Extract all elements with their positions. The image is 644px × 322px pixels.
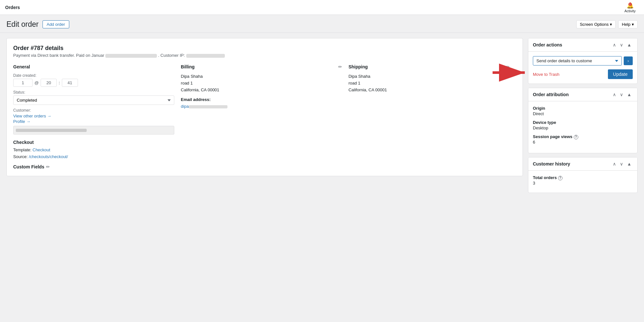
custom-fields-row: Custom Fields ✏ [13, 164, 174, 169]
custom-fields-edit-icon[interactable]: ✏ [46, 164, 50, 169]
general-header: General [13, 64, 174, 69]
shipping-edit-icon[interactable]: ✏ [506, 64, 510, 69]
action-select-row: Send order details to custome › [533, 56, 633, 65]
billing-edit-icon[interactable]: ✏ [338, 64, 342, 69]
sub-header-right: Screen Options ▾ Help ▾ [576, 20, 638, 28]
status-label: Status: [13, 90, 174, 95]
order-payment-info: Payment via Direct bank transfer. Paid o… [13, 53, 516, 58]
order-actions-title: Order actions [533, 42, 562, 47]
date-label: Date created: [13, 73, 174, 78]
activity-icon: 🔔 1 [627, 2, 634, 9]
total-orders-value: 3 [533, 181, 633, 186]
origin-value: Direct [533, 111, 633, 116]
template-label: Template: [13, 147, 31, 152]
order-attribution-collapse-up[interactable]: ∧ [611, 91, 617, 98]
source-label: Source: [13, 154, 28, 159]
action-footer: Move to Trash Update [533, 69, 633, 79]
order-attribution-collapse-down[interactable]: ∨ [619, 91, 624, 98]
customer-history-collapse-up[interactable]: ∧ [611, 161, 617, 167]
date-hour-input[interactable] [41, 79, 57, 87]
activity-badge: 1 [629, 3, 632, 6]
order-actions-collapse-down[interactable]: ∨ [619, 42, 624, 48]
status-select[interactable]: Completed [13, 96, 174, 105]
order-actions-collapse-up[interactable]: ∧ [611, 42, 617, 48]
shipping-title: Shipping [349, 64, 368, 69]
order-attribution-toggle[interactable]: ▲ [626, 91, 633, 98]
activity-button[interactable]: 🔔 1 Activity [621, 0, 639, 15]
help-label: Help [622, 22, 630, 27]
screen-options-button[interactable]: Screen Options ▾ [576, 20, 616, 28]
top-bar-right: 🔔 1 Activity [621, 0, 639, 15]
profile-link[interactable]: Profile → [13, 119, 174, 124]
custom-fields-title: Custom Fields [13, 164, 44, 169]
help-button[interactable]: Help ▾ [618, 20, 638, 28]
customer-history-collapse-down[interactable]: ∨ [619, 161, 624, 167]
shipping-address1: road 1 [349, 80, 510, 87]
billing-column: Billing ✏ Dipa Shaha road 1 California, … [181, 64, 348, 169]
top-bar: Orders 🔔 1 Activity [0, 0, 644, 15]
billing-city-state: California, CA 00001 [181, 87, 342, 94]
customer-history-controls: ∧ ∨ ▲ [611, 161, 633, 167]
payment-text: Payment via Direct bank transfer. Paid o… [13, 53, 104, 58]
shipping-city-state: California, CA 00001 [349, 87, 510, 94]
screen-options-label: Screen Options [580, 22, 609, 27]
template-link[interactable]: Checkout [33, 147, 50, 152]
total-orders-help-icon[interactable]: ? [558, 176, 562, 180]
main-content: Order #787 details Payment via Direct ba… [0, 33, 644, 198]
device-value: Desktop [533, 126, 633, 130]
date-created-row: Date created: @ : [13, 73, 174, 87]
device-row: Device type Desktop [533, 120, 633, 130]
customer-row: Customer: View other orders → Profile → [13, 108, 174, 124]
billing-title: Billing [181, 64, 195, 69]
billing-name: Dipa Shaha [181, 73, 342, 80]
source-link[interactable]: /checkouts/checkout/ [29, 154, 68, 159]
billing-address: Dipa Shaha road 1 California, CA 00001 E… [181, 73, 342, 110]
sub-header: Edit order Add order Screen Options ▾ He… [0, 15, 644, 33]
date-day-input[interactable] [13, 79, 33, 87]
order-actions-toggle[interactable]: ▲ [626, 42, 633, 48]
customer-history-panel: Customer history ∧ ∨ ▲ Total orders ? 3 [528, 157, 638, 193]
customer-links: View other orders → Profile → [13, 114, 174, 124]
status-row: Status: Completed [13, 90, 174, 105]
origin-label: Origin [533, 106, 633, 111]
update-button[interactable]: Update [608, 69, 633, 79]
screen-options-chevron-icon: ▾ [610, 22, 612, 27]
session-value: 6 [533, 140, 633, 145]
redacted-ip [186, 54, 225, 58]
checkout-title: Checkout [13, 140, 174, 145]
view-other-orders-link[interactable]: View other orders → [13, 114, 174, 118]
order-attribution-panel: Order attribution ∧ ∨ ▲ Origin Direct De… [528, 88, 638, 153]
order-attribution-header: Order attribution ∧ ∨ ▲ [528, 88, 637, 101]
customer-search-row [13, 126, 174, 135]
order-actions-header: Order actions ∧ ∨ ▲ [528, 38, 637, 52]
general-title: General [13, 64, 30, 69]
order-attribution-body: Origin Direct Device type Desktop Sessio… [528, 101, 637, 153]
colon-separator: : [59, 80, 60, 85]
billing-address1: road 1 [181, 80, 342, 87]
template-row: Template: Checkout [13, 147, 174, 152]
customer-history-toggle[interactable]: ▲ [626, 161, 633, 167]
customer-ip-label: Customer IP: [160, 53, 185, 58]
billing-email-link[interactable]: dipa [181, 104, 227, 109]
move-to-trash-link[interactable]: Move to Trash [533, 72, 559, 77]
action-select[interactable]: Send order details to custome [533, 56, 622, 65]
shipping-name: Dipa Shaha [349, 73, 510, 80]
order-attribution-controls: ∧ ∨ ▲ [611, 91, 633, 98]
total-orders-label-row: Total orders ? [533, 175, 633, 181]
device-label: Device type [533, 120, 633, 125]
customer-label: Customer: [13, 108, 174, 113]
origin-row: Origin Direct [533, 106, 633, 116]
order-attribution-title: Order attribution [533, 92, 569, 97]
shipping-header: Shipping ✏ [349, 64, 510, 69]
date-min-input[interactable] [62, 79, 78, 87]
source-row: Source: /checkouts/checkout/ [13, 154, 174, 159]
action-go-button[interactable]: › [624, 56, 633, 65]
right-panel: Order actions ∧ ∨ ▲ Send order details t… [528, 38, 638, 193]
session-help-icon[interactable]: ? [574, 135, 578, 139]
customer-search-input[interactable] [13, 126, 174, 135]
order-actions-panel: Order actions ∧ ∨ ▲ Send order details t… [528, 38, 638, 84]
date-inputs: @ : [13, 79, 174, 87]
at-separator: @ [34, 80, 39, 85]
sub-header-left: Edit order Add order [6, 20, 69, 29]
add-order-button[interactable]: Add order [43, 20, 69, 28]
